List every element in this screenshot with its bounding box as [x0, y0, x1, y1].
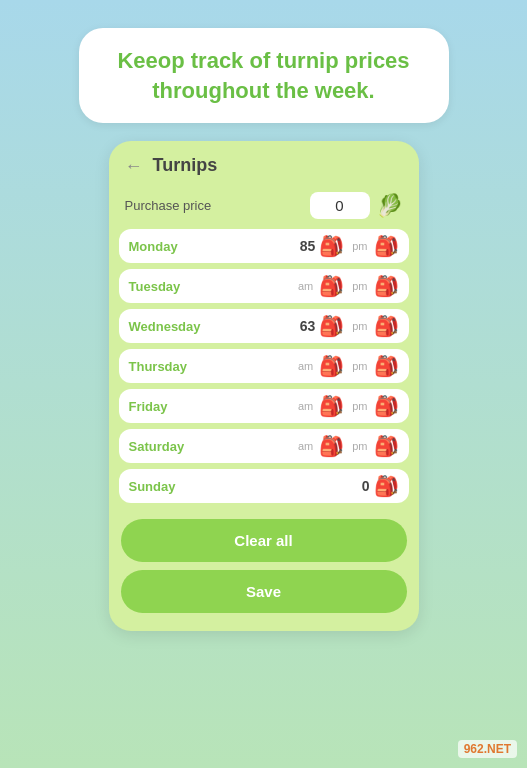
bag-am-icon: 🎒 — [319, 276, 344, 296]
bag-pm-icon: 🎒 — [374, 316, 399, 336]
hero-text: Keeop track of turnip prices throughout … — [109, 46, 419, 105]
bag-icon: 🎒 — [319, 316, 344, 336]
bag-am-icon: 🎒 — [319, 436, 344, 456]
day-name: Sunday — [129, 479, 201, 494]
am-label: am — [298, 400, 313, 412]
clear-all-button[interactable]: Clear all — [121, 519, 407, 562]
purchase-label: Purchase price — [125, 198, 304, 213]
pm-label: pm — [352, 360, 367, 372]
bag-am-icon: 🎒 — [319, 396, 344, 416]
am-label: am — [298, 280, 313, 292]
bag-pm-icon: 🎒 — [374, 356, 399, 376]
day-name: Friday — [129, 399, 201, 414]
pm-label: pm — [352, 440, 367, 452]
pm-label: pm — [352, 240, 367, 252]
main-card: ← Turnips Purchase price 🥬 Monday85🎒pm🎒T… — [109, 141, 419, 631]
day-row: Tuesdayam🎒pm🎒 — [119, 269, 409, 303]
day-row: Fridayam🎒pm🎒 — [119, 389, 409, 423]
bag-am-icon: 🎒 — [319, 356, 344, 376]
back-button[interactable]: ← — [125, 157, 143, 175]
bag-pm-icon: 🎒 — [374, 236, 399, 256]
purchase-row: Purchase price 🥬 — [109, 186, 419, 229]
turnip-icon: 🥬 — [376, 193, 403, 219]
am-label: am — [298, 360, 313, 372]
pm-label: pm — [352, 400, 367, 412]
day-row: Saturdayam🎒pm🎒 — [119, 429, 409, 463]
day-row: Thursdayam🎒pm🎒 — [119, 349, 409, 383]
day-list: Monday85🎒pm🎒Tuesdayam🎒pm🎒Wednesday63🎒pm🎒… — [109, 229, 419, 509]
day-solo-value[interactable]: 0 — [348, 478, 370, 494]
watermark: 962.NET — [458, 740, 517, 758]
card-header: ← Turnips — [109, 141, 419, 186]
day-name: Monday — [129, 239, 201, 254]
save-button[interactable]: Save — [121, 570, 407, 613]
day-name: Tuesday — [129, 279, 201, 294]
bag-pm-icon: 🎒 — [374, 276, 399, 296]
day-row: Sunday0🎒 — [119, 469, 409, 503]
hero-bubble: Keeop track of turnip prices throughout … — [79, 28, 449, 123]
bag-icon: 🎒 — [374, 476, 399, 496]
am-label: am — [298, 440, 313, 452]
day-name: Thursday — [129, 359, 201, 374]
day-name: Wednesday — [129, 319, 201, 334]
pm-label: pm — [352, 280, 367, 292]
day-row: Monday85🎒pm🎒 — [119, 229, 409, 263]
bag-pm-icon: 🎒 — [374, 396, 399, 416]
day-name: Saturday — [129, 439, 201, 454]
day-solo-value[interactable]: 63 — [293, 318, 315, 334]
day-row: Wednesday63🎒pm🎒 — [119, 309, 409, 343]
pm-label: pm — [352, 320, 367, 332]
day-solo-value[interactable]: 85 — [293, 238, 315, 254]
purchase-price-input[interactable] — [310, 192, 370, 219]
bag-icon: 🎒 — [319, 236, 344, 256]
card-title: Turnips — [153, 155, 218, 176]
bag-pm-icon: 🎒 — [374, 436, 399, 456]
